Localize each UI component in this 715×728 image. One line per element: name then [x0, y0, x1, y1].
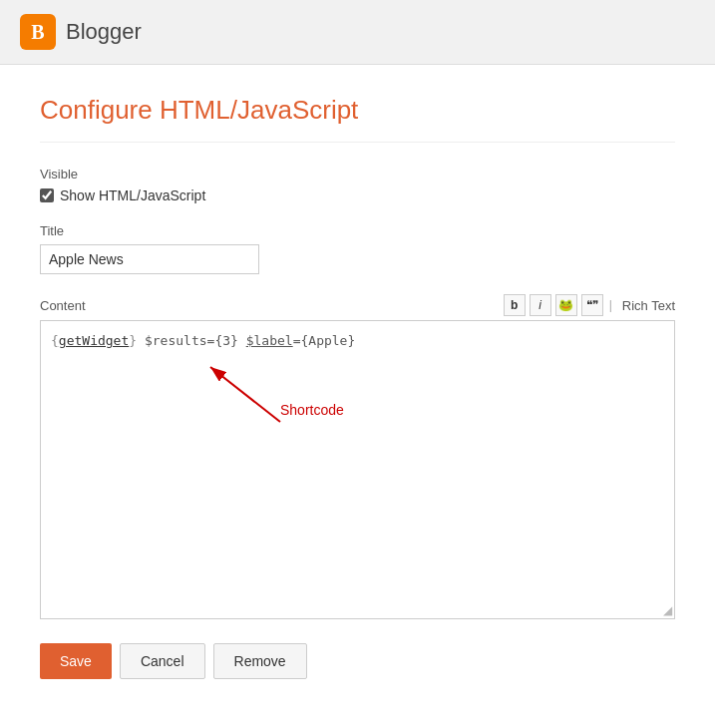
content-area[interactable]: {getWidget} $results={3} $label={Apple} … — [40, 320, 675, 619]
toolbar-separator: | — [609, 298, 612, 312]
quote-icon: ❝❞ — [586, 298, 598, 312]
remove-button[interactable]: Remove — [213, 643, 307, 679]
resize-handle[interactable]: ◢ — [663, 604, 672, 616]
shortcode-arrow — [180, 357, 340, 437]
content-toolbar: b i 🐸 ❝❞ | Rich Text — [504, 294, 675, 316]
blogger-logo: B — [20, 14, 56, 50]
visible-section: Visible Show HTML/JavaScript — [40, 167, 675, 203]
italic-button[interactable]: i — [530, 294, 551, 316]
show-html-label: Show HTML/JavaScript — [60, 187, 205, 203]
emoji-button[interactable]: 🐸 — [555, 294, 577, 316]
cancel-button[interactable]: Cancel — [120, 643, 205, 679]
visible-label: Visible — [40, 167, 675, 182]
emoji-icon: 🐸 — [558, 298, 573, 312]
quote-button[interactable]: ❝❞ — [581, 294, 603, 316]
button-row: Save Cancel Remove — [40, 643, 675, 679]
bold-button[interactable]: b — [504, 294, 526, 316]
app-header: B Blogger — [0, 0, 715, 65]
content-section: Content b i 🐸 ❝❞ | Rich Text {getWidget}… — [40, 294, 675, 619]
title-section: Title — [40, 223, 675, 274]
content-header-row: Content b i 🐸 ❝❞ | Rich Text — [40, 294, 675, 316]
code-content: {getWidget} $results={3} $label={Apple} — [51, 331, 664, 352]
title-input[interactable] — [40, 244, 259, 274]
app-name: Blogger — [66, 19, 142, 45]
title-label: Title — [40, 223, 675, 238]
save-button[interactable]: Save — [40, 643, 112, 679]
show-html-checkbox[interactable] — [40, 188, 54, 202]
main-content: Configure HTML/JavaScript Visible Show H… — [0, 65, 715, 728]
content-label: Content — [40, 298, 86, 313]
page-title: Configure HTML/JavaScript — [40, 95, 675, 143]
show-html-row: Show HTML/JavaScript — [40, 187, 675, 203]
rich-text-link[interactable]: Rich Text — [622, 298, 675, 313]
shortcode-label: Shortcode — [280, 402, 344, 418]
svg-line-1 — [210, 367, 280, 422]
